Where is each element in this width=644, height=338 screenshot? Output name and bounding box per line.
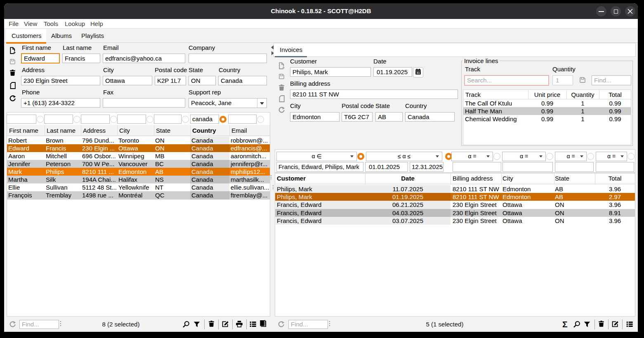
svg-text:31: 31 [416, 71, 420, 75]
